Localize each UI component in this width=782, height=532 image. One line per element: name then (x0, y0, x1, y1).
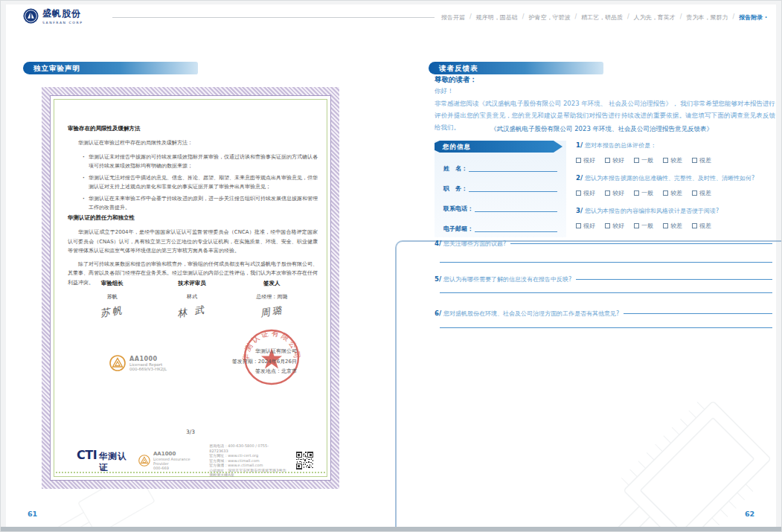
checkbox-icon[interactable] (663, 158, 668, 163)
email-field: 电子邮箱： (443, 213, 557, 233)
answer-line[interactable] (440, 327, 772, 328)
checkbox-icon[interactable] (692, 158, 697, 163)
nav-separator: / (522, 13, 525, 22)
aa1000-line: Licensed Report (129, 362, 167, 367)
rating-option[interactable]: 很好 (576, 222, 595, 230)
checkbox-icon[interactable] (576, 158, 581, 163)
checkbox-icon[interactable] (634, 223, 639, 228)
nav-item[interactable]: 精工艺，研品质 (581, 13, 623, 22)
issuer-company: 华测认证有限公司 (176, 347, 297, 357)
checkbox-icon[interactable] (634, 158, 639, 163)
issue-date: 签发日期：2024年6月26日 (176, 357, 297, 368)
nav-separator: / (469, 13, 472, 22)
section-heading: 华测认证的胜任力和独立性 (68, 214, 318, 222)
signature-role: 签发人 (232, 280, 312, 287)
nav-separator: / (574, 13, 577, 22)
question-number: 3/ (576, 207, 583, 214)
reader-info-box: 您的信息 姓 名： 职 务： 联系电话： 电子邮箱： (435, 141, 566, 237)
question-text: 您认为本报告的内容编排和风格设计是否便于阅读? (585, 207, 719, 215)
nav-item[interactable]: 责为本，聚群力 (687, 13, 728, 22)
checkbox-icon[interactable] (663, 190, 668, 196)
rating-option[interactable]: 较差 (663, 189, 682, 197)
question-number: 4/ (435, 240, 441, 247)
question-3: 3/ 您认为本报告的内容编排和风格设计是否便于阅读? 很好 较好 一般 较差 很… (576, 207, 774, 230)
question-number: 2/ (576, 174, 583, 182)
checkbox-icon[interactable] (663, 223, 668, 228)
checkbox-icon[interactable] (605, 158, 610, 163)
question-1: 1/ 您对本报告的总体评价是： 很好 较好 一般 较差 很差 (576, 141, 774, 164)
job-input-line[interactable] (469, 191, 557, 192)
job-field: 职 务： (443, 173, 557, 193)
rating-option[interactable]: 很差 (692, 222, 711, 230)
rating-label: 较差 (670, 156, 682, 164)
checkbox-icon[interactable] (576, 223, 581, 228)
right-page-number: 62 (745, 510, 754, 518)
feedback-form-title: 《武汉盛帆电子股份有限公司 2023 年环境、社会及公司治理报告意见反馈表》 (429, 125, 775, 134)
checkbox-icon[interactable] (692, 190, 697, 196)
nav-item[interactable]: 护青空，守碧波 (528, 13, 570, 22)
checkbox-icon[interactable] (634, 190, 639, 196)
rating-label: 较好 (612, 189, 624, 197)
info-box-title: 您的信息 (435, 141, 563, 153)
aa1000-title: AA1000 (129, 356, 167, 362)
answer-line[interactable] (440, 292, 772, 293)
aa1000-line: Licensed Assurance Provider (153, 457, 200, 466)
left-page-title: 独立审验声明 (23, 62, 198, 74)
question-6: 6/ 您对盛帆股份在环境、社会及公司治理方面的工作是否有其他意见? (435, 310, 772, 318)
rating-option[interactable]: 很差 (692, 189, 711, 197)
field-label: 姓 名： (443, 164, 467, 173)
rating-option[interactable]: 较差 (663, 222, 682, 230)
rating-option[interactable]: 较差 (663, 156, 682, 164)
nav-item[interactable]: 人为先，育英才 (634, 13, 676, 22)
aa1000-provider-badge: AA1000 Licensed Assurance Provider 000-6… (138, 451, 200, 470)
cti-logo-text: CTI (77, 448, 97, 462)
signature-name: 总经理：周璐 (232, 293, 312, 301)
signature-block: 签发人 总经理：周璐 周璐 (232, 280, 312, 318)
answer-line[interactable] (510, 243, 772, 244)
question-number: 5/ (435, 275, 441, 283)
competence-section: 华测认证的胜任力和独立性 华测认证成立于2004年，是经中国国家认证认可监督管理… (68, 214, 318, 287)
checkbox-icon[interactable] (605, 190, 610, 196)
rating-option[interactable]: 一般 (634, 222, 653, 230)
rating-option[interactable]: 一般 (634, 189, 653, 197)
answer-line[interactable] (440, 262, 772, 263)
answer-line[interactable] (624, 313, 772, 314)
signature-block: 审验组长 苏帆 苏帆 (72, 280, 152, 318)
signature-name: 苏帆 (72, 293, 152, 301)
phone-input-line[interactable] (475, 211, 557, 212)
limitation-bullet: 华测认证未对报告中披露的可持续发展绩效指标开展审验，仅通过访谈和查验事实证据的方… (83, 153, 318, 171)
rating-label: 很差 (699, 222, 711, 230)
rating-label: 较好 (612, 156, 624, 164)
checkbox-icon[interactable] (576, 190, 581, 196)
rating-label: 一般 (641, 189, 653, 197)
email-input-line[interactable] (475, 231, 557, 232)
nav-item[interactable]: 报告开篇 (441, 13, 465, 22)
name-input-line[interactable] (469, 171, 557, 172)
checkbox-icon[interactable] (605, 223, 610, 228)
left-page-number: 61 (28, 510, 37, 518)
signature-block: 技术评审员 林武 林 武 (152, 280, 231, 318)
signature-row: 审验组长 苏帆 苏帆 技术评审员 林武 林 武 签发人 总经理：周璐 周璐 (72, 280, 312, 318)
aa1000-icon (138, 454, 150, 467)
report-spread: 盛帆股份 SANFRAN CORP 报告开篇 / 规序明，固基础 / 护青空，守… (0, 0, 782, 532)
field-label: 联系电话： (443, 205, 473, 213)
question-number: 1/ (576, 141, 583, 149)
cti-logo: CTI 华测认证 (77, 448, 129, 473)
checkbox-icon[interactable] (692, 223, 697, 228)
field-label: 职 务： (443, 185, 467, 193)
rating-option[interactable]: 较好 (605, 189, 624, 197)
answer-line[interactable] (576, 279, 772, 280)
aa1000-icon (109, 355, 126, 371)
rating-option[interactable]: 很好 (576, 189, 595, 197)
decorative-frame (395, 240, 782, 532)
rating-option[interactable]: 很差 (692, 156, 711, 164)
rating-option[interactable]: 较好 (605, 156, 624, 164)
nav-item[interactable]: 规序明，固基础 (476, 13, 518, 22)
page-edge (1, 1, 6, 531)
section-heading: 审验存在的局限性及缓解方法 (68, 125, 318, 132)
rating-label: 很好 (583, 189, 595, 197)
rating-option[interactable]: 较好 (605, 222, 624, 230)
nav-item-active[interactable]: 报告附录 · (739, 13, 767, 22)
rating-option[interactable]: 很好 (576, 156, 595, 164)
rating-option[interactable]: 一般 (634, 156, 653, 164)
